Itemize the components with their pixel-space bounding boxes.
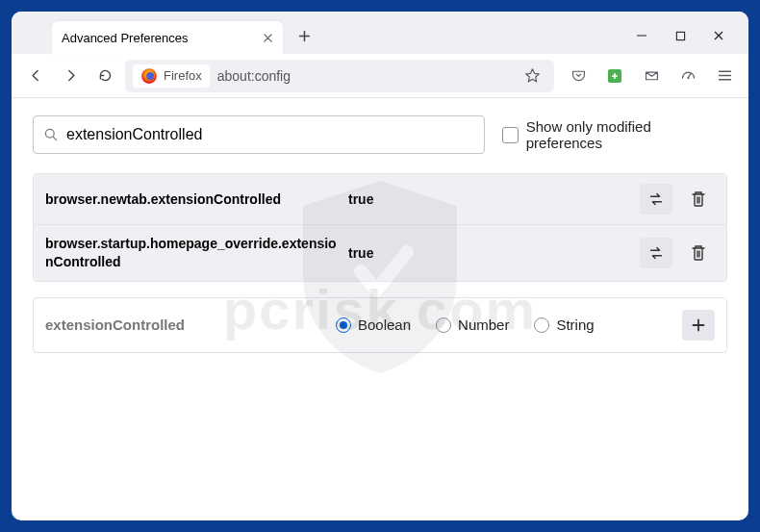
app-menu-icon[interactable] [710, 62, 739, 90]
radio-icon [534, 317, 549, 333]
checkbox-icon[interactable] [502, 127, 519, 143]
new-tab-button[interactable] [291, 22, 317, 49]
search-icon [43, 127, 59, 142]
pref-value: true [348, 245, 630, 261]
pref-row[interactable]: browser.startup.homepage_override.extens… [34, 225, 726, 281]
delete-button[interactable] [682, 238, 715, 268]
radio-string[interactable]: String [534, 317, 594, 333]
tab-bar: Advanced Preferences [12, 12, 748, 54]
modified-only-label: Show only modified preferences [526, 118, 727, 151]
pocket-icon[interactable] [564, 62, 593, 90]
pref-value: true [348, 191, 630, 207]
radio-icon [436, 317, 451, 333]
toolbar-actions [560, 62, 739, 90]
back-button[interactable] [21, 62, 50, 90]
identity-label: Firefox [164, 68, 202, 83]
radio-label: Boolean [358, 317, 411, 333]
inbox-icon[interactable] [637, 62, 666, 90]
bookmark-star-icon[interactable] [518, 62, 546, 90]
tab-title: Advanced Preferences [62, 31, 189, 45]
pref-name: browser.newtab.extensionControlled [45, 190, 339, 209]
navigation-toolbar: Firefox about:config [12, 54, 748, 98]
dashboard-icon[interactable] [673, 62, 702, 90]
radio-label: String [556, 317, 594, 333]
extension-icon[interactable] [600, 62, 629, 90]
search-input[interactable] [66, 126, 474, 143]
type-radio-group: Boolean Number String [336, 317, 671, 333]
modified-only-toggle[interactable]: Show only modified preferences [502, 118, 727, 151]
close-tab-icon[interactable] [263, 33, 273, 43]
preferences-list: browser.newtab.extensionControlled true … [33, 173, 727, 282]
radio-boolean[interactable]: Boolean [336, 317, 411, 333]
minimize-button[interactable] [635, 29, 648, 42]
pref-row[interactable]: browser.newtab.extensionControlled true [34, 174, 726, 225]
svg-point-5 [45, 129, 54, 138]
reload-button[interactable] [90, 62, 119, 90]
window-controls [635, 29, 743, 42]
toggle-button[interactable] [640, 238, 672, 268]
radio-icon [336, 317, 351, 333]
toggle-button[interactable] [640, 184, 672, 215]
search-box[interactable] [33, 115, 485, 154]
tab-advanced-preferences[interactable]: Advanced Preferences [52, 21, 283, 54]
pref-name: browser.startup.homepage_override.extens… [45, 235, 339, 271]
url-text: about:config [217, 68, 291, 84]
radio-label: Number [458, 317, 509, 333]
close-window-button[interactable] [712, 29, 725, 42]
browser-window: Advanced Preferences [12, 12, 748, 520]
delete-button[interactable] [682, 184, 715, 215]
new-pref-name: extensionControlled [45, 317, 324, 333]
add-preference-button[interactable] [682, 310, 715, 341]
search-row: Show only modified preferences [33, 115, 727, 154]
svg-rect-0 [676, 32, 684, 39]
svg-point-4 [687, 77, 689, 79]
svg-point-2 [146, 72, 154, 80]
radio-number[interactable]: Number [436, 317, 509, 333]
maximize-button[interactable] [673, 29, 687, 42]
new-preference-row: extensionControlled Boolean Number Strin… [33, 297, 727, 353]
forward-button[interactable] [56, 62, 85, 90]
identity-box[interactable]: Firefox [133, 64, 210, 88]
url-bar[interactable]: Firefox about:config [125, 60, 554, 92]
firefox-logo-icon [140, 67, 158, 85]
about-config-content: Show only modified preferences browser.n… [12, 98, 748, 520]
